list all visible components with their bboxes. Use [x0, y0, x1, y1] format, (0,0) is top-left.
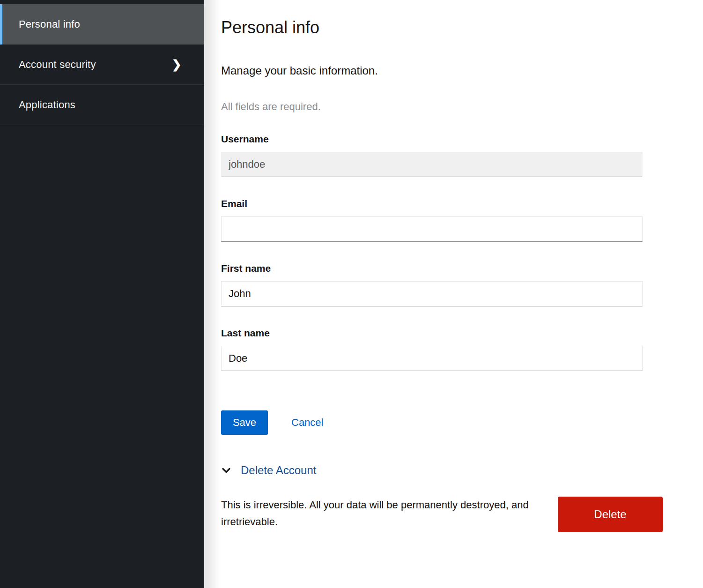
sidebar-item-label: Applications — [19, 99, 75, 111]
delete-account-link[interactable]: Delete Account — [241, 464, 316, 477]
chevron-right-icon: ❯ — [172, 59, 182, 70]
form-actions: Save Cancel — [221, 410, 663, 435]
page-subtitle: Manage your basic information. — [221, 65, 663, 77]
personal-info-form: Username Email First name Last name Save… — [221, 134, 663, 435]
sidebar-item-personal-info[interactable]: Personal info — [0, 4, 204, 45]
last-name-field-group: Last name — [221, 328, 663, 371]
cancel-link[interactable]: Cancel — [291, 417, 323, 429]
main-content: Personal info Manage your basic informat… — [204, 0, 703, 588]
required-fields-hint: All fields are required. — [221, 101, 663, 112]
delete-account-toggle[interactable]: Delete Account — [221, 464, 663, 477]
sidebar: Personal info Account security ❯ Applica… — [0, 0, 204, 588]
delete-button[interactable]: Delete — [558, 497, 663, 532]
first-name-field-group: First name — [221, 263, 663, 306]
page-title: Personal info — [221, 19, 663, 37]
email-field-group: Email — [221, 199, 663, 242]
last-name-input[interactable] — [221, 346, 643, 371]
chevron-down-icon — [221, 465, 231, 476]
sidebar-item-label: Personal info — [19, 18, 80, 30]
sidebar-item-account-security[interactable]: Account security ❯ — [0, 45, 204, 85]
email-input[interactable] — [221, 216, 643, 242]
sidebar-item-label: Account security — [19, 59, 96, 71]
email-label: Email — [221, 199, 663, 209]
first-name-label: First name — [221, 263, 663, 274]
first-name-input[interactable] — [221, 281, 643, 306]
last-name-label: Last name — [221, 328, 663, 338]
username-label: Username — [221, 134, 663, 144]
save-button[interactable]: Save — [221, 410, 268, 435]
delete-account-section: This is irreversible. All your data will… — [221, 497, 663, 532]
username-input[interactable] — [221, 152, 643, 177]
delete-warning-text: This is irreversible. All your data will… — [221, 497, 535, 530]
username-field-group: Username — [221, 134, 663, 177]
sidebar-item-applications[interactable]: Applications — [0, 85, 204, 125]
